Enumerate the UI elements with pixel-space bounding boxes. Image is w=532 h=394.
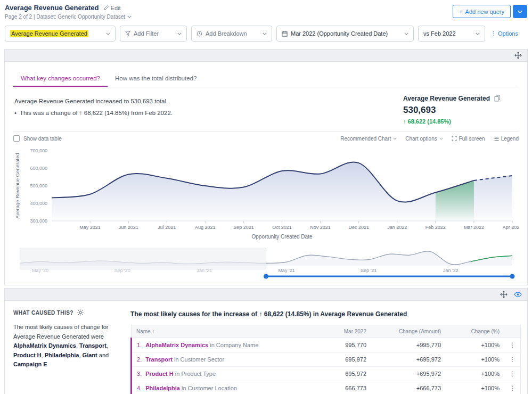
cause-rank: 1. bbox=[137, 342, 142, 348]
edit-button[interactable]: Edit bbox=[103, 5, 121, 11]
chart-toolbar: Show data table Recommended Chart Chart … bbox=[13, 132, 519, 144]
causes-sidebar-title: WHAT CAUSED THIS? bbox=[13, 310, 73, 316]
gear-icon[interactable] bbox=[77, 309, 84, 316]
dataset-breadcrumb[interactable]: Page 2 of 2 | Dataset: Generic Opportuni… bbox=[5, 14, 132, 20]
svg-text:Aug 2021: Aug 2021 bbox=[195, 225, 216, 230]
query-bar: Average Revenue Generated Add Filter Add… bbox=[0, 21, 532, 46]
move-handle-icon[interactable] bbox=[514, 52, 522, 59]
cause-name-cell: 3.Product H in Product Type bbox=[132, 367, 308, 381]
svg-text:300,000: 300,000 bbox=[30, 218, 47, 224]
tab-key-changes[interactable]: What key changes occurred? bbox=[13, 70, 108, 87]
brush-handle-right[interactable] bbox=[510, 274, 515, 279]
plus-icon: + bbox=[459, 9, 462, 15]
cause-link[interactable]: Transport bbox=[145, 356, 173, 363]
cause-dimension: in Company Name bbox=[210, 342, 258, 348]
cause-rank: 4. bbox=[137, 385, 142, 391]
funnel-icon bbox=[125, 31, 130, 36]
move-handle-icon[interactable] bbox=[500, 291, 508, 298]
cause-name-cell: 4.Philadelphia in Customer Location bbox=[132, 381, 308, 394]
kpi-label: Average Revenue Generated bbox=[403, 95, 490, 102]
causes-main: The most likely causes for the increase … bbox=[130, 309, 521, 394]
eye-icon[interactable] bbox=[514, 292, 522, 297]
row-menu-button[interactable]: ⋮ bbox=[504, 338, 521, 352]
cause-dimension: in Customer Location bbox=[182, 385, 237, 391]
revenue-line-chart-svg: 300,000400,000500,000600,000700,000May 2… bbox=[13, 145, 519, 244]
svg-text:Jan '21: Jan '21 bbox=[197, 268, 212, 273]
table-row: 4.Philadelphia in Customer Location666,7… bbox=[132, 381, 521, 394]
svg-text:May '20: May '20 bbox=[32, 268, 48, 273]
cause-rank: 2. bbox=[137, 356, 142, 363]
column-header-change-pct[interactable]: Change (%) bbox=[446, 325, 504, 338]
cause-change-pct: +100% bbox=[446, 352, 504, 367]
svg-text:Apr 2022: Apr 2022 bbox=[503, 225, 519, 230]
measure-dropdown[interactable]: Average Revenue Generated bbox=[5, 26, 116, 42]
insight-panel: What key changes occurred? How was the t… bbox=[4, 49, 528, 285]
causes-panel-header bbox=[5, 289, 527, 301]
causes-sidebar: WHAT CAUSED THIS? The most likely causes… bbox=[13, 309, 118, 394]
row-menu-button[interactable]: ⋮ bbox=[504, 367, 521, 381]
show-data-table-checkbox[interactable] bbox=[13, 135, 20, 142]
svg-text:Dec 2021: Dec 2021 bbox=[348, 225, 369, 230]
cause-link[interactable]: AlphaMatrix Dynamics bbox=[145, 342, 208, 348]
insight-panel-header bbox=[5, 50, 527, 62]
calendar-icon bbox=[282, 31, 288, 37]
svg-text:Jun 2021: Jun 2021 bbox=[119, 225, 138, 230]
brush-handle-left[interactable] bbox=[264, 274, 268, 279]
clock-icon bbox=[197, 31, 202, 37]
svg-text:Opportunity Created Date: Opportunity Created Date bbox=[252, 234, 313, 240]
insight-tabs: What key changes occurred? How was the t… bbox=[13, 70, 519, 87]
cause-change-pct: +100% bbox=[446, 381, 504, 394]
recommended-chart-dropdown[interactable]: Recommended Chart bbox=[340, 136, 397, 142]
query-menu-button[interactable] bbox=[513, 5, 527, 18]
legend-button[interactable]: Legend bbox=[494, 136, 519, 142]
time-range-brush[interactable]: May '20Sep '20Jan '21May '21Sep '21Jan '… bbox=[13, 247, 519, 280]
svg-text:Jul 2021: Jul 2021 bbox=[158, 225, 176, 230]
svg-text:Mar 2022: Mar 2022 bbox=[464, 225, 484, 230]
pencil-icon bbox=[103, 5, 109, 11]
time-range-brush-svg[interactable]: May '20Sep '20Jan '21May '21Sep '21Jan '… bbox=[13, 247, 519, 280]
header-left: Average Revenue Generated Edit Page 2 of… bbox=[5, 4, 132, 20]
column-header-change-amount[interactable]: Change (Amount) bbox=[371, 325, 446, 338]
svg-text:600,000: 600,000 bbox=[30, 166, 47, 171]
options-button[interactable]: ⋮ Options bbox=[490, 30, 518, 37]
cause-change-amount: +695,972 bbox=[371, 352, 446, 367]
summary-line: Average Revenue Generated increased to 5… bbox=[14, 96, 173, 108]
row-menu-button[interactable]: ⋮ bbox=[504, 381, 521, 394]
svg-text:Jan '22: Jan '22 bbox=[443, 268, 459, 273]
full-screen-button[interactable]: Full screen bbox=[452, 136, 485, 142]
date-range-dropdown[interactable]: Mar 2022 (Opportunity Created Date) bbox=[276, 26, 414, 42]
cause-change-amount: +666,773 bbox=[371, 381, 446, 394]
cause-value: 695,972 bbox=[307, 367, 371, 381]
kpi-card: Average Revenue Generated 530,693 ↑ 68,6… bbox=[403, 95, 518, 125]
add-filter-dropdown[interactable]: Add Filter bbox=[120, 26, 187, 42]
copy-icon[interactable] bbox=[494, 95, 501, 102]
add-new-query-button[interactable]: + Add new query bbox=[453, 5, 511, 18]
column-header-value[interactable]: Mar 2022 bbox=[307, 325, 371, 338]
edit-label: Edit bbox=[111, 5, 121, 11]
causes-heading: The most likely causes for the increase … bbox=[130, 310, 521, 318]
add-breakdown-dropdown[interactable]: Add Breakdown bbox=[191, 26, 272, 42]
show-data-table-label: Show data table bbox=[23, 136, 62, 142]
add-breakdown-label: Add Breakdown bbox=[206, 30, 247, 37]
column-header-name[interactable]: Name ↑ bbox=[132, 325, 308, 338]
svg-text:May '21: May '21 bbox=[278, 268, 294, 273]
cause-link[interactable]: Philadelphia bbox=[145, 385, 180, 391]
cause-link[interactable]: Product H bbox=[145, 371, 174, 377]
kebab-icon: ⋮ bbox=[490, 30, 496, 37]
comparison-dropdown[interactable]: vs Feb 2022 bbox=[418, 26, 485, 42]
cause-value: 666,773 bbox=[307, 381, 371, 394]
chart-options-dropdown[interactable]: Chart options bbox=[405, 136, 443, 142]
svg-text:Oct 2021: Oct 2021 bbox=[272, 225, 292, 230]
cause-change-amount: +695,972 bbox=[371, 367, 446, 381]
recommended-chart-label: Recommended Chart bbox=[340, 136, 391, 142]
add-filter-label: Add Filter bbox=[134, 30, 159, 37]
page-title: Average Revenue Generated bbox=[5, 4, 99, 12]
tab-total-distributed[interactable]: How was the total distributed? bbox=[108, 70, 204, 87]
table-row: 2.Transport in Customer Sector695,972+69… bbox=[132, 352, 521, 367]
date-range-value: Mar 2022 (Opportunity Created Date) bbox=[291, 30, 388, 37]
cause-dimension: in Product Type bbox=[175, 371, 216, 377]
summary-bullet: This was a change of ↑ 68,622 (14.85%) f… bbox=[20, 108, 173, 119]
causes-summary-text: The most likely causes of change for Ave… bbox=[13, 323, 118, 370]
breadcrumb-text: Page 2 of 2 | Dataset: Generic Opportuni… bbox=[5, 14, 125, 20]
row-menu-button[interactable]: ⋮ bbox=[504, 352, 521, 367]
